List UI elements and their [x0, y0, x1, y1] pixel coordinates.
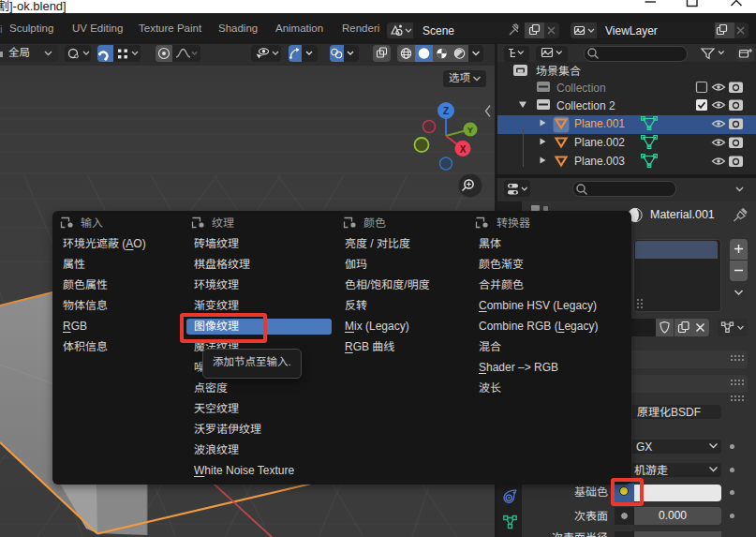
svg-text:Y: Y [467, 125, 474, 135]
svg-text:Z: Z [443, 106, 449, 116]
svg-text:X: X [460, 144, 467, 155]
